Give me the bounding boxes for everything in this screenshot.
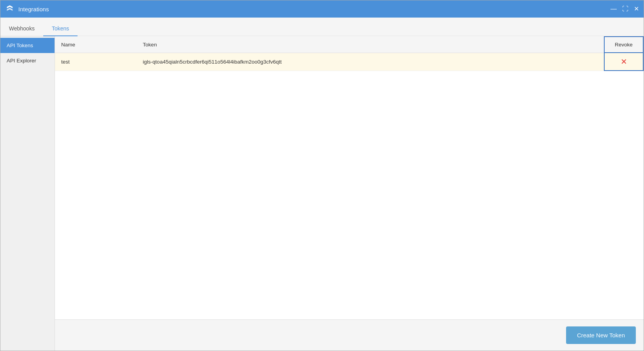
table-row: test igls-qtoa45qialn5crbcdfer6qi511o564…: [55, 53, 643, 71]
tokens-table: Name Token Revoke test igls-qtoa45qialn5…: [55, 36, 644, 71]
svg-marker-1: [7, 8, 13, 11]
main-window: Integrations — ⛶ ✕ Webhooks Tokens API T…: [0, 0, 644, 351]
token-name: test: [55, 53, 137, 71]
close-button[interactable]: ✕: [634, 6, 639, 12]
nav-tabs: Webhooks Tokens: [0, 18, 644, 36]
table-container: Name Token Revoke test igls-qtoa45qialn5…: [55, 36, 644, 319]
tab-tokens[interactable]: Tokens: [43, 21, 78, 36]
minimize-button[interactable]: —: [610, 6, 617, 12]
column-header-revoke: Revoke: [604, 37, 643, 53]
sidebar: API Tokens API Explorer: [0, 36, 55, 351]
window-controls: — ⛶ ✕: [610, 6, 639, 12]
maximize-button[interactable]: ⛶: [622, 6, 628, 12]
create-new-token-button[interactable]: Create New Token: [566, 326, 636, 344]
revoke-cell: ✕: [604, 53, 643, 71]
sidebar-item-api-tokens[interactable]: API Tokens: [0, 38, 55, 53]
token-value: igls-qtoa45qialn5crbcdfer6qi511o564l4iba…: [137, 53, 604, 71]
titlebar: Integrations — ⛶ ✕: [0, 0, 644, 18]
main-content: API Tokens API Explorer Name Token Revok…: [0, 36, 644, 351]
revoke-button[interactable]: ✕: [619, 58, 629, 66]
column-header-name: Name: [55, 37, 137, 53]
table-header-row: Name Token Revoke: [55, 37, 643, 53]
sidebar-item-api-explorer[interactable]: API Explorer: [0, 53, 55, 68]
column-header-token: Token: [137, 37, 604, 53]
tab-webhooks[interactable]: Webhooks: [0, 21, 43, 36]
content-area: Name Token Revoke test igls-qtoa45qialn5…: [55, 36, 644, 351]
svg-marker-0: [7, 5, 13, 8]
footer-area: Create New Token: [55, 319, 644, 351]
window-title: Integrations: [18, 6, 610, 12]
app-logo: [5, 4, 14, 14]
